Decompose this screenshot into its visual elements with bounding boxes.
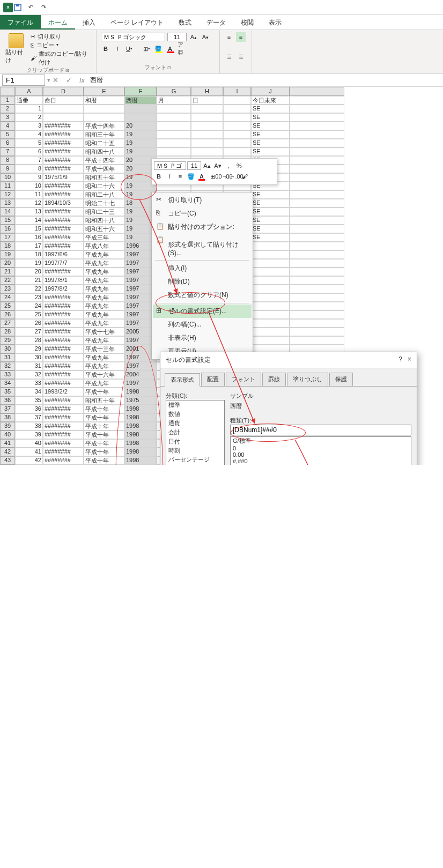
cell[interactable]: 1975/1/9 <box>43 173 84 182</box>
cell[interactable]: ######## <box>43 207 84 216</box>
row-header[interactable]: 2 <box>0 105 15 113</box>
cell[interactable] <box>251 285 290 293</box>
cell[interactable]: 1997/8/2 <box>43 285 84 293</box>
cell[interactable]: 平成九年 <box>84 353 124 362</box>
cell[interactable]: ######## <box>43 413 84 422</box>
col-header-J[interactable]: J <box>251 87 290 96</box>
cell[interactable]: SE <box>251 147 290 156</box>
cell[interactable]: ######## <box>43 353 84 362</box>
category-item[interactable]: 標準 <box>166 400 224 410</box>
type-list-item[interactable]: #,##0.00 <box>231 464 411 465</box>
cell[interactable] <box>290 199 344 207</box>
cell[interactable]: 平成十年 <box>84 422 124 431</box>
row-header[interactable]: 12 <box>0 190 15 199</box>
row-header[interactable]: 3 <box>0 113 15 122</box>
cell[interactable]: ######## <box>43 370 84 379</box>
cell[interactable]: 41 <box>15 448 43 456</box>
undo-icon[interactable]: ↶ <box>26 3 35 12</box>
cell[interactable]: 39 <box>15 431 43 439</box>
cell[interactable]: 命日 <box>43 96 84 105</box>
cell[interactable] <box>124 105 157 113</box>
cell[interactable]: 40 <box>15 439 43 448</box>
cell[interactable]: 13 <box>15 207 43 216</box>
cell[interactable]: ######## <box>43 130 84 139</box>
row-header[interactable]: 38 <box>0 413 15 422</box>
cell[interactable]: ######## <box>43 302 84 310</box>
cell[interactable] <box>251 336 290 345</box>
mini-italic-icon[interactable]: I <box>165 172 174 181</box>
cell[interactable]: 37 <box>15 413 43 422</box>
cell[interactable]: 28 <box>15 336 43 345</box>
cell[interactable]: 18 <box>15 250 43 259</box>
cell[interactable] <box>290 336 344 345</box>
cell[interactable]: 昭和三十年 <box>84 130 124 139</box>
cell[interactable]: 平成九年 <box>84 336 124 345</box>
cell[interactable] <box>157 105 191 113</box>
cell[interactable]: 平成九年 <box>84 259 124 268</box>
cm-col-width[interactable]: 列の幅(C)... <box>153 318 252 331</box>
cm-clear[interactable]: 数式と値のクリア(N) <box>153 288 252 302</box>
cell[interactable]: ######## <box>43 362 84 370</box>
row-header[interactable]: 11 <box>0 182 15 190</box>
col-header-I[interactable]: I <box>223 87 251 96</box>
cell[interactable] <box>290 250 344 259</box>
row-header[interactable]: 16 <box>0 225 15 233</box>
redo-icon[interactable]: ↷ <box>39 3 48 12</box>
row-header[interactable]: 18 <box>0 242 15 250</box>
col-header-extra[interactable] <box>290 87 344 96</box>
cell[interactable] <box>290 225 344 233</box>
cell[interactable] <box>290 190 344 199</box>
cell[interactable]: ######## <box>43 242 84 250</box>
mini-bold-icon[interactable]: B <box>154 172 164 181</box>
cell[interactable] <box>290 276 344 285</box>
phonetic-button[interactable]: ア亜 <box>177 44 187 54</box>
cell[interactable]: SE <box>251 130 290 139</box>
cell[interactable]: 8 <box>15 165 43 173</box>
cell[interactable]: 25 <box>15 310 43 319</box>
cell[interactable]: 昭和二十六 <box>84 182 124 190</box>
align-center-icon[interactable]: ≣ <box>236 52 246 62</box>
row-header[interactable]: 1 <box>0 96 15 105</box>
cell[interactable] <box>223 96 251 105</box>
cell[interactable] <box>290 96 344 105</box>
cell[interactable]: 1997/6/6 <box>43 250 84 259</box>
copy-button[interactable]: ⎘コピー ▾ <box>31 41 92 49</box>
row-header[interactable]: 27 <box>0 319 15 328</box>
cell[interactable]: 33 <box>15 379 43 388</box>
row-header[interactable]: 33 <box>0 370 15 379</box>
row-header[interactable]: 26 <box>0 310 15 319</box>
row-header[interactable]: 31 <box>0 353 15 362</box>
cell[interactable]: 34 <box>15 388 43 396</box>
row-header[interactable]: 36 <box>0 396 15 405</box>
cell[interactable]: 平成十年 <box>84 431 124 439</box>
cell[interactable] <box>157 147 191 156</box>
tab-formula[interactable]: 数式 <box>171 15 199 29</box>
cell[interactable] <box>290 139 344 147</box>
row-header[interactable]: 37 <box>0 405 15 413</box>
cell[interactable]: 1998 <box>124 413 157 422</box>
cell[interactable]: 平成十六年 <box>84 370 124 379</box>
cell[interactable] <box>251 250 290 259</box>
cell[interactable]: 明治二十七 <box>84 199 124 207</box>
tab-home[interactable]: ホーム <box>41 15 75 29</box>
enter-formula-icon[interactable]: ✓ <box>64 76 74 84</box>
cell[interactable] <box>157 130 191 139</box>
cell[interactable]: 3 <box>15 122 43 130</box>
cell[interactable]: ######## <box>43 328 84 336</box>
cell[interactable]: ######## <box>43 336 84 345</box>
cell[interactable]: SE <box>251 139 290 147</box>
dialog-help-icon[interactable]: ? <box>398 355 402 363</box>
mini-font-color-icon[interactable]: A <box>197 172 206 181</box>
cell[interactable] <box>43 105 84 113</box>
tab-file[interactable]: ファイル <box>0 15 41 29</box>
cell[interactable] <box>290 113 344 122</box>
mini-decrease-font-icon[interactable]: A▾ <box>213 161 223 170</box>
cell[interactable]: 平成十年 <box>84 456 124 465</box>
cell[interactable]: 30 <box>15 353 43 362</box>
dlg-tab-number[interactable]: 表示形式 <box>165 373 200 387</box>
dlg-tab-align[interactable]: 配置 <box>201 373 225 386</box>
cell[interactable]: 昭和五十年 <box>84 396 124 405</box>
cell[interactable] <box>251 276 290 285</box>
cell[interactable] <box>223 139 251 147</box>
mini-font-name[interactable] <box>154 161 186 170</box>
